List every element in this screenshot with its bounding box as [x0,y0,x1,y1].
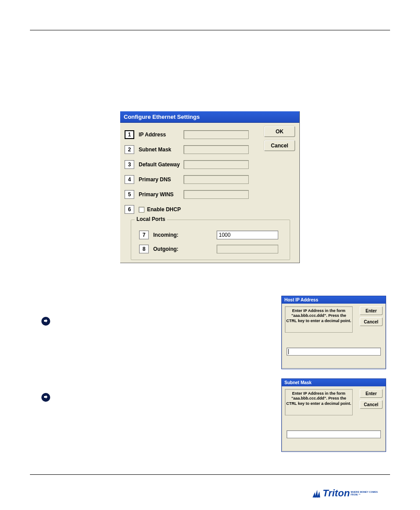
option-key-4[interactable]: 4 [125,175,134,184]
top-rule [30,30,390,30]
ok-button[interactable]: OK [264,126,295,137]
subnet-mask-entry-input[interactable] [287,430,381,438]
configure-ethernet-dialog: Configure Ethernet Settings OK Cancel 1 … [120,111,300,263]
cancel-button[interactable]: Cancel [360,400,383,409]
subnet-mask-instruction: Enter IP Address in the form "aaa.bbb.cc… [285,389,353,415]
enter-button[interactable]: Enter [360,389,383,398]
local-ports-legend: Local Ports [135,216,167,222]
primary-wins-input[interactable] [184,190,249,199]
host-ip-title: Host IP Address [282,296,386,304]
triton-logo: Triton WHERE MONEY COMES FROM.™ [313,488,383,499]
default-gateway-label: Default Gateway [139,161,184,168]
cancel-button[interactable]: Cancel [264,140,295,151]
primary-dns-input[interactable] [184,175,249,184]
incoming-input[interactable] [217,231,278,239]
cancel-button[interactable]: Cancel [360,317,383,326]
subnet-mask-label: Subnet Mask [139,147,184,153]
ip-address-input[interactable] [184,130,249,139]
local-ports-fieldset: Local Ports 7 Incoming: 8 Outgoing: [131,220,290,260]
dialog-title: Configure Ethernet Settings [120,111,299,123]
logo-mark-icon [313,488,322,498]
host-ip-dialog: Host IP Address Enter IP Address in the … [281,296,386,369]
default-gateway-input[interactable] [184,160,249,169]
primary-wins-label: Primary WINS [139,191,184,198]
outgoing-input[interactable] [217,245,278,253]
subnet-mask-input[interactable] [184,145,249,154]
host-ip-input[interactable] [287,348,381,356]
logo-tagline: WHERE MONEY COMES FROM.™ [351,491,383,496]
text-cursor [288,349,289,354]
primary-dns-label: Primary DNS [139,176,184,183]
enter-button[interactable]: Enter [360,306,383,315]
host-ip-instruction: Enter IP Address in the form "aaa.bbb.cc… [285,306,353,333]
option-key-8[interactable]: 8 [139,245,149,253]
enable-dhcp-label: Enable DHCP [147,206,181,213]
incoming-label: Incoming: [153,232,186,238]
bullet-icon [41,317,50,326]
bottom-rule [30,474,390,475]
option-key-2[interactable]: 2 [125,145,134,154]
option-key-1[interactable]: 1 [125,130,134,139]
subnet-mask-title: Subnet Mask [282,379,386,386]
outgoing-label: Outgoing: [153,246,186,252]
bullet-icon [41,393,50,402]
option-key-5[interactable]: 5 [125,190,134,199]
logo-text: Triton [323,488,350,499]
enable-dhcp-checkbox[interactable] [139,207,144,213]
subnet-mask-dialog: Subnet Mask Enter IP Address in the form… [281,378,386,452]
option-key-3[interactable]: 3 [125,160,134,169]
option-key-6[interactable]: 6 [125,205,134,214]
option-key-7[interactable]: 7 [139,231,149,239]
ip-address-label: IP Address [139,132,184,138]
